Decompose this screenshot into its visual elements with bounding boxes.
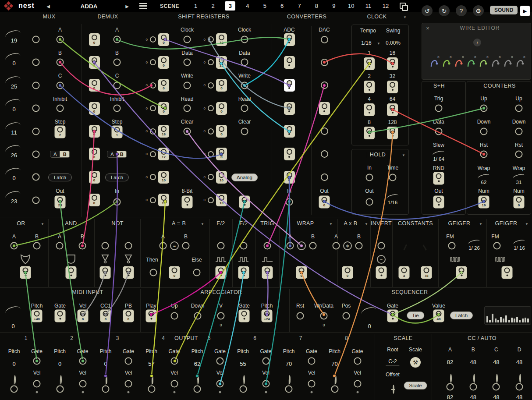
demux-a-port[interactable] <box>113 36 121 43</box>
dac-bit-port[interactable] <box>321 173 328 181</box>
wrap-b-port[interactable] <box>309 242 317 250</box>
stage-bit-port[interactable] <box>208 151 214 157</box>
scale-edit-wrench-icon[interactable]: ⚒ <box>410 357 421 368</box>
gate-port[interactable] <box>262 358 270 365</box>
stage-bit-port[interactable] <box>150 151 156 157</box>
geiger2-rate-slider[interactable]: 1/ 16 <box>513 240 525 251</box>
scene-button[interactable]: 7 <box>291 1 308 11</box>
dac-bit-port[interactable] <box>321 81 328 89</box>
patch-wire[interactable] <box>245 39 289 85</box>
sr2-out-port[interactable] <box>239 196 250 209</box>
midi-pb-port[interactable]: 0 <box>123 310 134 322</box>
wire-delete-icon[interactable]: × <box>479 55 488 69</box>
input-port[interactable] <box>32 59 40 66</box>
clock-div-port[interactable] <box>387 81 398 93</box>
stage-value-port[interactable]: 0 <box>216 79 227 92</box>
scene-button[interactable]: 5 <box>256 1 273 11</box>
clock-div-port[interactable] <box>364 81 375 93</box>
constant1-out-port[interactable]: 3 <box>399 266 410 279</box>
demux-in-port[interactable] <box>113 198 121 206</box>
axb-a-port[interactable] <box>333 242 340 250</box>
cc-quantize-port[interactable] <box>450 374 452 383</box>
counter2-wrap-slider[interactable]: 31 <box>513 174 525 185</box>
dac-bit-port[interactable] <box>319 102 330 115</box>
stage-value-port[interactable]: 10 <box>158 171 169 184</box>
sh-slew-slider[interactable]: 1/ 64 <box>433 151 445 162</box>
mux-a-port[interactable] <box>57 36 64 43</box>
arp-pitch-port[interactable]: +24 <box>262 310 273 322</box>
pitch-out-port[interactable] <box>102 386 110 393</box>
pitch-out-port[interactable] <box>11 386 18 393</box>
cc-out-port[interactable] <box>516 383 523 391</box>
stage-bit-port[interactable] <box>208 105 214 111</box>
demux-out-port[interactable]: 0 <box>89 148 100 160</box>
pitch-out-port[interactable] <box>285 386 293 393</box>
counter1-rst-port[interactable] <box>480 151 488 158</box>
stage-bit-port[interactable] <box>150 36 156 42</box>
stage-bit-port[interactable] <box>208 128 214 135</box>
geiger2-out-port[interactable] <box>502 266 513 279</box>
stage-bit-port[interactable] <box>150 128 156 135</box>
adc-bit-port[interactable] <box>284 56 295 69</box>
invert-out-port[interactable] <box>376 266 387 279</box>
counter1-num-port[interactable]: 10 <box>479 196 489 209</box>
stage-value-port[interactable]: 0 <box>158 79 169 92</box>
f2a-in-port[interactable] <box>217 242 225 250</box>
vel-port[interactable] <box>216 380 224 388</box>
vel-port[interactable] <box>262 380 270 388</box>
clock-div-port[interactable] <box>387 103 398 116</box>
arp-up-port[interactable] <box>171 312 178 320</box>
vel-port[interactable] <box>170 380 178 388</box>
vel-port[interactable] <box>308 380 316 388</box>
stage-value-port[interactable]: 0 <box>158 56 169 69</box>
gate-port[interactable] <box>170 358 178 365</box>
demux-out-port[interactable]: 0 <box>89 102 100 115</box>
axb-b-port[interactable] <box>355 242 363 250</box>
scene-button[interactable]: 8 <box>308 1 325 11</box>
demux-toggle-b[interactable]: B <box>117 151 127 157</box>
hold-in-port[interactable] <box>366 174 373 181</box>
pitch-quantize-port[interactable] <box>106 375 107 384</box>
patch-wire[interactable] <box>221 64 289 131</box>
input-port[interactable] <box>32 105 40 112</box>
clock-div-port[interactable] <box>364 103 375 116</box>
tempo-value-dropdown[interactable]: 1/16 <box>361 40 371 46</box>
info-icon[interactable]: i <box>473 39 481 46</box>
stage-value-port[interactable]: 17 <box>158 148 169 160</box>
stage-value-port[interactable]: 13 <box>216 56 227 69</box>
and-a-port[interactable] <box>56 242 64 250</box>
trig-out-port[interactable] <box>262 266 273 279</box>
aeqb-b-port[interactable] <box>182 242 190 250</box>
wire-delete-icon[interactable]: × <box>515 55 525 69</box>
sr2-read-port[interactable] <box>241 105 248 112</box>
demux-out-port[interactable]: 0 <box>89 33 100 46</box>
demux-out-port[interactable]: 0 <box>89 171 100 184</box>
gate-port[interactable] <box>308 358 316 365</box>
input-port[interactable] <box>32 196 40 204</box>
root-dropdown[interactable]: C-2 <box>386 358 399 366</box>
gate-port[interactable] <box>33 358 41 365</box>
gate-port[interactable] <box>125 358 132 365</box>
vel-port[interactable] <box>354 380 361 388</box>
counter1-wrap-slider[interactable]: 62 <box>478 174 490 185</box>
sh-rnd-port[interactable] <box>433 172 444 185</box>
offset-knob[interactable] <box>393 385 394 394</box>
not1-in-port[interactable] <box>102 242 109 250</box>
dac-bit-port[interactable] <box>321 150 328 158</box>
or-menu-caret[interactable]: ▼ <box>41 222 44 226</box>
not2-out-port[interactable] <box>123 266 134 279</box>
sr2-clear-port[interactable] <box>241 128 248 135</box>
pitch-out-port[interactable] <box>331 386 338 393</box>
seq-wrdata-port[interactable] <box>320 312 328 320</box>
sr2-clock-port[interactable] <box>241 36 248 43</box>
wrap-a-port[interactable] <box>287 242 294 250</box>
cc-quantize-port[interactable] <box>473 374 475 383</box>
wire-delete-icon[interactable]: × <box>442 55 451 69</box>
scene-button[interactable]: 4 <box>239 1 256 11</box>
help-button[interactable]: ? <box>456 5 467 16</box>
wire-delete-icon[interactable]: × <box>466 55 476 69</box>
stage-value-port[interactable]: 10 <box>216 171 227 184</box>
cc-out-port[interactable] <box>493 383 500 391</box>
wire-editor-close-icon[interactable]: × <box>426 25 429 32</box>
invert-in-port[interactable] <box>378 242 385 250</box>
